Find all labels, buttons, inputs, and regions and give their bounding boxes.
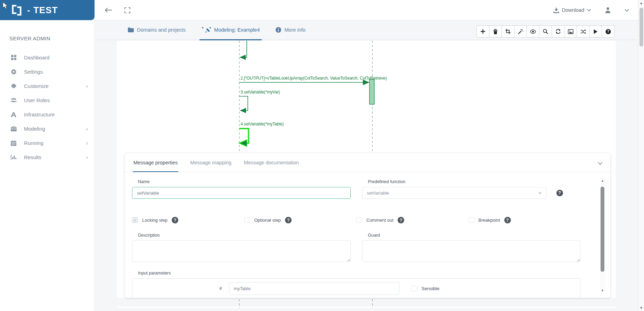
tab-message-documentation[interactable]: Message documentation: [244, 153, 299, 172]
chevron-right-icon: ›: [86, 154, 88, 161]
add-button[interactable]: [476, 25, 489, 38]
panel-collapse-button[interactable]: [598, 160, 603, 166]
parameter-value-input[interactable]: [229, 282, 399, 295]
sidebar-item-label: User Roles: [24, 97, 88, 103]
predefined-function-group: Predefined function setVariable ?: [362, 179, 581, 199]
sensible-checkbox[interactable]: [411, 285, 417, 292]
locking-step-checkbox[interactable]: ✓: [132, 217, 138, 223]
sidebar-item-results[interactable]: Results ›: [0, 150, 94, 164]
sidebar-item-dashboard[interactable]: Dashboard: [0, 50, 94, 65]
image-button[interactable]: [564, 25, 577, 38]
svg-text:?: ?: [607, 30, 609, 33]
tab-more-info[interactable]: More info: [276, 20, 305, 40]
scroll-down-icon[interactable]: ▼: [600, 289, 605, 292]
message-4-self-arrow-selected[interactable]: [238, 129, 248, 147]
fullscreen-button[interactable]: [124, 7, 130, 13]
tab-message-properties[interactable]: Message properties: [133, 153, 178, 172]
locking-step-group: ✓ Locking step ?: [132, 217, 244, 223]
shuffle-icon: [580, 29, 586, 34]
chevron-right-icon: ›: [86, 140, 88, 147]
input-parameters-group: Input parameters # Sensible: [132, 271, 580, 298]
predefined-function-select[interactable]: setVariable: [362, 187, 547, 199]
refresh-button[interactable]: [552, 25, 564, 38]
sidebar-item-label: Settings: [24, 69, 88, 75]
download-button[interactable]: Download: [553, 7, 592, 13]
guard-textarea[interactable]: [362, 240, 581, 262]
description-textarea[interactable]: [132, 240, 351, 262]
input-parameters-label: Input parameters: [138, 271, 580, 276]
sidebar-item-label: Dashboard: [24, 55, 88, 60]
tab-label: Domains and projects: [137, 27, 186, 33]
sidebar-item-user-roles[interactable]: User Roles: [0, 93, 94, 107]
back-button[interactable]: [104, 7, 113, 13]
chevron-right-icon: ›: [86, 83, 88, 90]
predefined-function-label: Predefined function: [368, 179, 581, 184]
main-content: Domains and projects * Modeling: Example…: [95, 20, 638, 311]
caret-down-icon: [538, 192, 542, 194]
breakpoint-help-icon[interactable]: ?: [504, 217, 511, 223]
question-icon: ?: [605, 29, 611, 34]
crop-button[interactable]: [502, 25, 514, 38]
tab-message-mapping[interactable]: Message mapping: [190, 153, 231, 172]
shuffle-button[interactable]: [577, 25, 589, 38]
sidebar-item-label: Running: [24, 140, 86, 146]
locking-step-help-icon[interactable]: ?: [172, 217, 178, 223]
run-button[interactable]: [589, 25, 602, 38]
info-icon: [276, 27, 281, 33]
page-scrollbar-thumb[interactable]: [639, 8, 643, 47]
tab-domains-and-projects[interactable]: Domains and projects: [128, 20, 186, 40]
delete-button[interactable]: [489, 25, 502, 38]
optional-step-label: Optional step: [254, 218, 281, 223]
dashboard-grid-icon: [9, 55, 18, 60]
app-logo[interactable]: - TEST: [0, 0, 95, 20]
magic-wand-icon: [518, 29, 523, 34]
expand-icon: [124, 7, 130, 13]
description-group: Description: [132, 233, 351, 263]
message-properties-panel: Message properties Message mapping Messa…: [125, 153, 610, 298]
page-scrollbar[interactable]: ▲ ▼: [638, 0, 644, 311]
sidebar-item-customize[interactable]: Customize ›: [0, 79, 94, 93]
predefined-help-icon[interactable]: ?: [556, 190, 563, 196]
refresh-icon: [555, 29, 561, 34]
panel-scrollbar[interactable]: ▲ ▼: [600, 178, 605, 294]
search-icon: [543, 29, 548, 34]
message-3-label[interactable]: 3.setVariable(*myVar): [241, 90, 280, 95]
user-menu-button[interactable]: [604, 7, 611, 14]
scroll-up-icon[interactable]: ▲: [600, 179, 605, 182]
arrow-left-icon: [104, 7, 113, 13]
breakpoint-checkbox[interactable]: [468, 217, 474, 223]
comment-out-help-icon[interactable]: ?: [398, 217, 404, 223]
message-3-self-arrow[interactable]: [239, 96, 248, 113]
magic-wand-button[interactable]: [514, 25, 527, 38]
help-button[interactable]: ?: [602, 25, 614, 38]
name-input[interactable]: [132, 187, 351, 199]
eye-icon: [530, 30, 536, 34]
tab-label: More info: [284, 27, 305, 33]
sidebar-item-infrastructure[interactable]: Infrastructure: [0, 107, 94, 122]
optional-step-checkbox[interactable]: [244, 217, 250, 223]
folder-icon: [128, 27, 134, 32]
sidebar-item-modeling[interactable]: Modeling ›: [0, 122, 94, 136]
calendar-icon: [9, 140, 18, 146]
message-2-label[interactable]: 2.[*OUTPUT]=vTableLookUpArray(ColToSearc…: [241, 76, 387, 81]
trash-icon: [493, 29, 498, 34]
zoom-button[interactable]: [539, 25, 552, 38]
sidebar-item-running[interactable]: Running ›: [0, 136, 94, 150]
briefcase-icon: [9, 126, 18, 131]
message-4-label[interactable]: 4.setVariable(*myTable): [241, 122, 284, 126]
comment-out-checkbox[interactable]: [356, 217, 362, 223]
parameter-hash: #: [219, 282, 222, 295]
breakpoint-label: Breakpoint: [479, 218, 500, 223]
scroll-up-icon[interactable]: ▲: [638, 1, 644, 5]
tab-modeling-example4[interactable]: * Modeling: Example4: [202, 20, 260, 40]
infrastructure-icon: [9, 112, 18, 117]
sidebar-item-settings[interactable]: Settings: [0, 65, 94, 79]
brand-mark-icon: [10, 4, 23, 16]
preview-button[interactable]: [527, 25, 539, 38]
image-icon: [568, 29, 573, 34]
panel-scrollbar-thumb[interactable]: [601, 187, 604, 272]
navbar-collapse-button[interactable]: [625, 9, 629, 12]
download-icon: [553, 7, 559, 13]
optional-step-help-icon[interactable]: ?: [285, 217, 292, 223]
scroll-down-icon[interactable]: ▼: [638, 306, 644, 310]
